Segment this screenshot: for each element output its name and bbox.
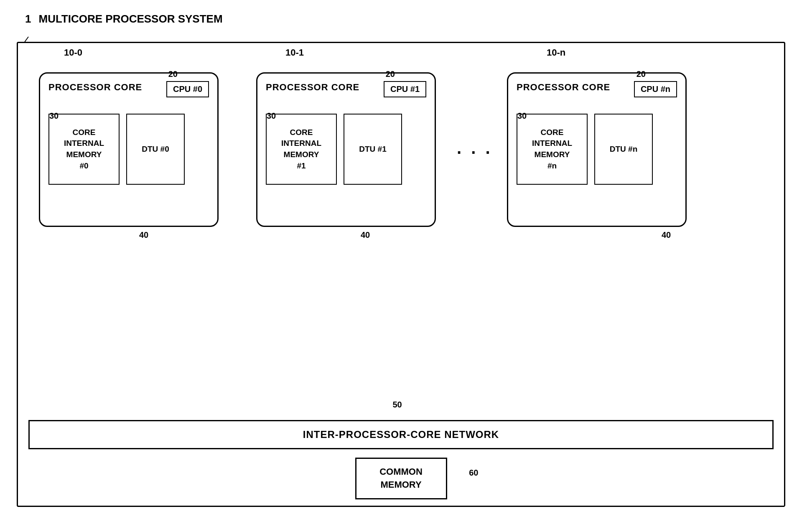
core-n-dtu-box: DTU #n: [594, 114, 653, 185]
core-0-ref-label: 10-0: [64, 47, 82, 58]
common-memory-section: COMMONMEMORY 60: [355, 458, 447, 499]
core-0-inner-blocks: COREINTERNALMEMORY#0 DTU #0: [48, 114, 209, 185]
core-1-memory-label: COREINTERNALMEMORY#1: [281, 127, 321, 171]
core-1-dtu-label: DTU #1: [359, 145, 386, 154]
core-1-mem-ref: 30: [267, 111, 276, 121]
core-0-cpu-box: CPU #0: [166, 81, 209, 97]
core-n-cpu-ref: 20: [637, 69, 646, 79]
core-1-ref-label: 10-1: [285, 47, 304, 58]
core-1-dtu-ref: 40: [361, 230, 370, 240]
core-1-dtu-box: DTU #1: [344, 114, 402, 185]
processor-core-1: PROCESSOR CORE 20 CPU #1 30 COREINTERNAL…: [256, 72, 436, 227]
core-n-inner-blocks: COREINTERNALMEMORY#n DTU #n: [517, 114, 677, 185]
core-n-cpu-label: CPU #n: [641, 84, 670, 94]
core-1-memory-box: COREINTERNALMEMORY#1: [266, 114, 337, 185]
core-n-dtu-ref: 40: [662, 230, 671, 240]
network-bar: INTER-PROCESSOR-CORE NETWORK: [28, 420, 774, 449]
processor-core-n: PROCESSOR CORE 20 CPU #n 30 COREINTERNAL…: [507, 72, 687, 227]
common-memory-label: COMMONMEMORY: [379, 466, 423, 490]
network-section: 50 INTER-PROCESSOR-CORE NETWORK: [28, 420, 774, 449]
network-ref: 50: [393, 400, 402, 410]
core-0-dtu-box: DTU #0: [126, 114, 185, 185]
title-text: MULTICORE PROCESSOR SYSTEM: [38, 13, 222, 25]
core-n-memory-label: COREINTERNALMEMORY#n: [532, 127, 572, 171]
common-memory-box: COMMONMEMORY: [355, 458, 447, 499]
title-number: 1: [25, 13, 31, 25]
core-n-mem-ref: 30: [517, 111, 527, 121]
core-0-memory-box: COREINTERNALMEMORY#0: [48, 114, 120, 185]
title-area: 1 MULTICORE PROCESSOR SYSTEM: [25, 13, 223, 25]
processor-core-0: PROCESSOR CORE 20 CPU #0 30 COREINTERNAL…: [39, 72, 219, 227]
core-1-cpu-box: CPU #1: [384, 81, 426, 97]
core-1-inner-blocks: COREINTERNALMEMORY#1 DTU #1: [266, 114, 426, 185]
page-container: 1 MULTICORE PROCESSOR SYSTEM: [0, 0, 802, 532]
core-0-mem-ref: 30: [49, 111, 59, 121]
common-memory-ref: 60: [469, 468, 478, 478]
core-0-dtu-label: DTU #0: [142, 145, 169, 154]
core-n-dtu-label: DTU #n: [610, 145, 638, 154]
ellipsis: · · ·: [457, 143, 493, 162]
core-0-dtu-ref: 40: [139, 230, 148, 240]
core-0-cpu-ref: 20: [168, 69, 178, 79]
core-0-memory-label: COREINTERNALMEMORY#0: [64, 127, 104, 171]
core-n-memory-box: COREINTERNALMEMORY#n: [517, 114, 588, 185]
core-n-cpu-box: CPU #n: [634, 81, 677, 97]
main-box: 10-0 10-1 10-n PROCESSOR CORE 20 CPU #0 …: [17, 42, 785, 507]
core-n-ref-label: 10-n: [547, 47, 565, 58]
core-1-cpu-label: CPU #1: [390, 84, 420, 94]
core-0-cpu-label: CPU #0: [173, 84, 202, 94]
core-1-cpu-ref: 20: [386, 69, 395, 79]
